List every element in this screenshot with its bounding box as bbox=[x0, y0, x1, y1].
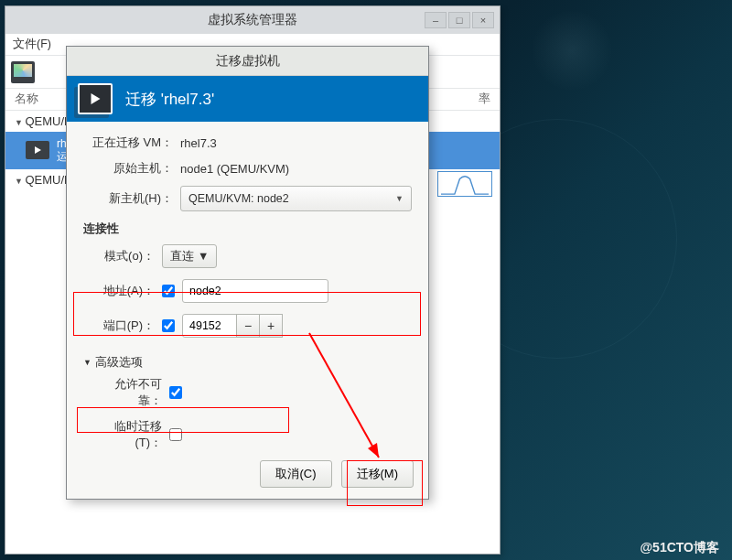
migrate-dialog: 迁移虚拟机 迁移 'rhel7.3' 正在迁移 VM： rhel7.3 原始主机… bbox=[66, 46, 429, 500]
port-input[interactable] bbox=[182, 314, 237, 338]
new-host-combo[interactable]: QEMU/KVM: node2 ▼ bbox=[180, 186, 412, 211]
vm-play-icon bbox=[26, 141, 49, 159]
address-checkbox[interactable] bbox=[162, 285, 175, 297]
allow-unsafe-checkbox[interactable] bbox=[169, 386, 182, 399]
advanced-expander[interactable]: 高级选项 bbox=[83, 354, 412, 371]
col-rate: 率 bbox=[479, 92, 490, 107]
watermark: @51CTO博客 bbox=[640, 540, 719, 556]
migrate-button[interactable]: 迁移(M) bbox=[341, 460, 414, 488]
label-migrating-vm: 正在迁移 VM： bbox=[83, 135, 173, 151]
window-title: 虚拟系统管理器 bbox=[208, 12, 297, 28]
cpu-sparkline bbox=[437, 171, 492, 197]
menu-file[interactable]: 文件(F) bbox=[13, 37, 51, 52]
maximize-btn[interactable]: □ bbox=[448, 12, 470, 28]
value-orig-host: node1 (QEMU/KVM) bbox=[180, 162, 412, 176]
label-mode: 模式(o)： bbox=[83, 248, 155, 264]
minimize-btn[interactable]: – bbox=[425, 12, 447, 28]
address-input[interactable] bbox=[182, 279, 328, 303]
section-connectivity: 连接性 bbox=[83, 221, 412, 237]
dialog-titlebar[interactable]: 迁移虚拟机 bbox=[67, 47, 428, 76]
port-incr-button[interactable]: + bbox=[259, 314, 283, 338]
label-temporary: 临时迁移(T)： bbox=[92, 418, 162, 451]
close-btn[interactable]: × bbox=[472, 12, 494, 28]
cancel-button[interactable]: 取消(C) bbox=[260, 460, 331, 488]
titlebar[interactable]: 虚拟系统管理器 – □ × bbox=[5, 6, 500, 34]
dialog-title: 迁移虚拟机 bbox=[216, 53, 280, 70]
label-port: 端口(P)： bbox=[83, 318, 155, 334]
label-allow-unsafe: 允许不可靠： bbox=[92, 376, 162, 409]
mode-button[interactable]: 直连 ▼ bbox=[162, 244, 217, 268]
label-new-host: 新主机(H)： bbox=[83, 190, 173, 207]
label-orig-host: 原始主机： bbox=[83, 160, 173, 177]
new-host-value: QEMU/KVM: node2 bbox=[188, 192, 289, 205]
new-vm-icon[interactable] bbox=[11, 61, 35, 83]
value-vm-name: rhel7.3 bbox=[180, 136, 412, 150]
chevron-down-icon: ▼ bbox=[395, 194, 404, 203]
port-decr-button[interactable]: − bbox=[236, 314, 260, 338]
chevron-down-icon: ▼ bbox=[198, 250, 209, 263]
header-text: 迁移 'rhel7.3' bbox=[125, 89, 214, 110]
label-address: 地址(A)： bbox=[83, 283, 155, 299]
temporary-checkbox[interactable] bbox=[169, 428, 182, 441]
vm-icon bbox=[78, 83, 113, 114]
port-checkbox[interactable] bbox=[162, 319, 175, 332]
dialog-header: 迁移 'rhel7.3' bbox=[67, 76, 428, 122]
